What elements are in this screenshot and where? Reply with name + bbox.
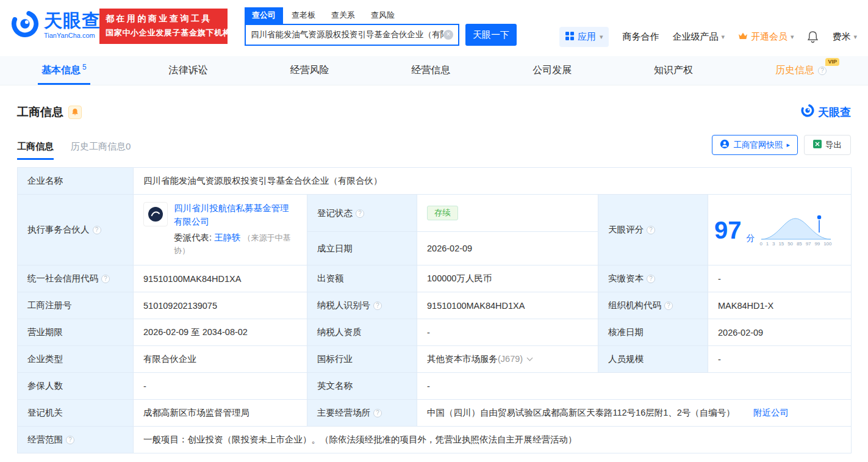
excel-icon xyxy=(813,140,822,150)
help-icon[interactable]: ? xyxy=(93,226,101,234)
help-icon[interactable]: ? xyxy=(647,275,655,283)
tianyancha-logo[interactable]: 天眼查 TianYanCha.com xyxy=(11,10,101,40)
help-icon[interactable]: ? xyxy=(66,436,74,444)
nearby-companies-link[interactable]: 附近公司 xyxy=(753,408,789,417)
tab-legal-proceedings-label: 法律诉讼 xyxy=(169,64,208,77)
top-bar: 天眼查 TianYanCha.com 都在用的商业查询工具 国家中小企业发展子基… xyxy=(0,0,868,56)
slogan-line2: 国家中小企业发展子基金旗下机构 xyxy=(106,27,221,38)
enterprise-products-menu[interactable]: 企业级产品 ▾ xyxy=(672,31,725,43)
tab-legal-proceedings[interactable]: 法律诉讼 xyxy=(165,56,212,85)
established-date-label: 成立日期 xyxy=(307,232,417,265)
score-number: 97 xyxy=(714,218,742,242)
credit-code-label: 统一社会信用代码? xyxy=(18,265,134,292)
partner-company-link[interactable]: 四川省川投航信私募基金管理有限公司 xyxy=(174,203,289,226)
table-row: 企业名称 四川省能发油气资源股权投资引导基金合伙企业（有限合伙） xyxy=(18,168,852,195)
user-name: 费米 xyxy=(832,31,850,43)
score-label: 天眼评分? xyxy=(598,195,708,265)
executive-partner-label: 执行事务合伙人? xyxy=(18,195,134,265)
score-unit: 分 xyxy=(747,233,755,244)
crown-icon xyxy=(738,32,748,42)
search-tabs: 查公司 查老板 查关系 查风险 xyxy=(245,7,517,24)
search-tab-company[interactable]: 查公司 xyxy=(245,7,283,24)
org-code-value: MAK84HD1-X xyxy=(708,292,852,319)
org-code-label: 组织机构代码? xyxy=(598,292,708,319)
insured-count-value: - xyxy=(134,373,307,400)
brand-name: 天眼查 xyxy=(818,105,851,120)
chevron-down-icon: ▾ xyxy=(600,33,603,41)
notifications-bell-icon[interactable] xyxy=(807,31,819,43)
approval-date-label: 核准日期 xyxy=(598,319,708,346)
capital-value: 100000万人民币 xyxy=(417,265,598,292)
apps-menu[interactable]: 应用 ▾ xyxy=(559,27,609,47)
tab-operational-risk-label: 经营风险 xyxy=(290,64,329,77)
tianyancha-swirl-icon xyxy=(11,10,39,40)
clear-search-icon[interactable]: × xyxy=(443,30,453,40)
search-area: 查公司 查老板 查关系 查风险 × 天眼一下 xyxy=(245,7,517,46)
capital-label: 出资额 xyxy=(307,265,417,292)
search-button[interactable]: 天眼一下 xyxy=(465,24,517,46)
business-registration-table: 企业名称 四川省能发油气资源股权投资引导基金合伙企业（有限合伙） 执行事务合伙人… xyxy=(17,167,852,453)
help-icon[interactable]: ? xyxy=(818,67,827,75)
taxpayer-quality-value: - xyxy=(417,319,598,346)
english-name-label: 英文名称 xyxy=(307,373,417,400)
subtab-business-registration[interactable]: 工商信息 xyxy=(17,141,54,160)
search-input[interactable] xyxy=(251,31,443,40)
open-vip-menu[interactable]: 开通会员 ▾ xyxy=(738,31,794,43)
tab-basic-info[interactable]: 基本信息 5 xyxy=(38,56,90,85)
search-tab-risk[interactable]: 查风险 xyxy=(364,7,402,24)
staff-size-value: - xyxy=(708,346,852,373)
help-icon[interactable]: ? xyxy=(647,226,655,234)
logo-domain: TianYanCha.com xyxy=(44,32,101,39)
table-row: 经营范围? 一般项目：创业投资（限投资未上市企业）。（除依法须经批准的项目外，凭… xyxy=(18,427,852,453)
credit-code-value: 91510100MAK84HD1XA xyxy=(134,265,307,292)
subtab-history-registration[interactable]: 历史工商信息0 xyxy=(71,141,131,160)
tab-company-development[interactable]: 公司发展 xyxy=(529,56,575,85)
search-tab-boss[interactable]: 查老板 xyxy=(284,7,323,24)
business-scope-label: 经营范围? xyxy=(18,427,134,453)
chevron-down-icon[interactable] xyxy=(527,355,533,361)
snapshot-person-icon xyxy=(720,139,730,151)
search-tab-relation[interactable]: 查关系 xyxy=(324,7,362,24)
reg-authority-value: 成都高新区市场监督管理局 xyxy=(134,400,307,427)
taxpayer-id-label: 纳税人识别号? xyxy=(307,292,417,319)
reg-status-label: 登记状态? xyxy=(307,195,417,232)
business-cooperation-link[interactable]: 商务合作 xyxy=(622,31,659,43)
help-icon[interactable]: ? xyxy=(356,209,364,218)
partner-company-logo xyxy=(143,202,168,226)
export-button[interactable]: 导出 xyxy=(804,135,851,155)
tab-intellectual-property[interactable]: 知识产权 xyxy=(650,56,697,85)
slogan-banner: 都在用的商业查询工具 国家中小企业发展子基金旗下机构 xyxy=(99,9,228,44)
address-label: 主要经营场所? xyxy=(307,400,417,427)
taxpayer-quality-label: 纳税人资质 xyxy=(307,319,417,346)
tianyancha-watermark-logo: 天眼查 xyxy=(801,104,851,120)
company-name-label: 企业名称 xyxy=(18,168,134,195)
industry-label: 国标行业 xyxy=(307,346,417,373)
tab-business-info[interactable]: 经营信息 xyxy=(407,56,454,85)
table-row: 统一社会信用代码? 91510100MAK84HD1XA 出资额 100000万… xyxy=(18,265,852,292)
industry-value: 其他资本市场服务(J679) xyxy=(417,346,598,373)
monitor-bell-icon[interactable] xyxy=(68,106,82,119)
table-row: 参保人数 - 英文名称 - xyxy=(18,373,852,400)
tab-history-info[interactable]: 历史信息 ? VIP xyxy=(772,56,830,85)
help-icon[interactable]: ? xyxy=(664,301,673,310)
reg-number-label: 工商注册号 xyxy=(18,292,134,319)
user-account-menu[interactable]: 费米 ▾ xyxy=(832,31,857,43)
apps-grid-icon xyxy=(565,32,574,42)
official-snapshot-button[interactable]: 工商官网快照 ▸ xyxy=(712,135,798,155)
tab-intellectual-property-label: 知识产权 xyxy=(654,64,693,77)
business-scope-value: 一般项目：创业投资（限投资未上市企业）。（除依法须经批准的项目外，凭营业执照依法… xyxy=(134,427,852,453)
table-row: 执行事务合伙人? 四川省川投航信私募基金管理有限公司 xyxy=(18,195,852,232)
rep-name-link[interactable]: 王静轶 xyxy=(214,233,241,242)
tab-operational-risk[interactable]: 经营风险 xyxy=(286,56,332,85)
help-icon[interactable]: ? xyxy=(373,301,382,310)
tab-basic-info-badge: 5 xyxy=(82,63,87,71)
help-icon[interactable]: ? xyxy=(373,409,382,417)
table-row: 企业类型 有限合伙企业 国标行业 其他资本市场服务(J679) 人员规模 - xyxy=(18,346,852,373)
reg-authority-label: 登记机关 xyxy=(18,400,134,427)
chevron-down-icon: ▾ xyxy=(791,33,794,41)
help-icon[interactable]: ? xyxy=(101,275,110,283)
enterprise-products-label: 企业级产品 xyxy=(672,31,718,43)
search-box[interactable]: × xyxy=(245,24,459,46)
company-type-label: 企业类型 xyxy=(18,346,134,373)
table-row: 工商注册号 510109202139075 纳税人识别号? 91510100MA… xyxy=(18,292,852,319)
